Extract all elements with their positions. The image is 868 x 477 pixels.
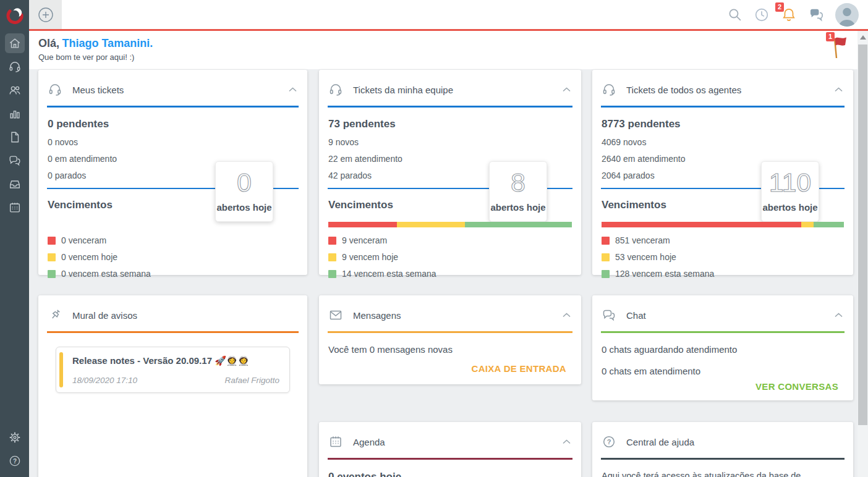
chat-button[interactable]	[808, 6, 825, 23]
legend-label: 9 vencem hoje	[342, 252, 398, 262]
people-icon	[8, 83, 22, 97]
vencimentos-title: Vencimentos	[48, 199, 298, 211]
headset-icon	[8, 60, 22, 74]
headset-icon	[328, 82, 343, 97]
collapse-chevron-icon[interactable]	[562, 312, 571, 318]
sidebar: ?	[0, 0, 29, 477]
note-accent-bar	[59, 352, 63, 387]
vencimentos-title: Vencimentos	[602, 199, 844, 211]
avatar[interactable]	[835, 3, 859, 27]
greeting-band: Olá, Thiago Tamanini. Que bom te ver por…	[29, 31, 857, 69]
sidebar-item-chat[interactable]	[0, 149, 29, 172]
legend-label: 851 venceram	[615, 235, 670, 245]
scrollbar-thumb[interactable]	[858, 44, 867, 425]
bar-segment-yellow	[397, 222, 466, 227]
release-note-item[interactable]: Release notes - Versão 20.09.17 🚀👩‍🚀👩‍🚀 …	[56, 347, 290, 393]
ajuda-description-line: Aqui você terá acesso às atualizações da…	[602, 471, 844, 477]
pendentes-count: 0 pendentes	[48, 118, 298, 130]
chats-aguardando-line: 0 chats aguardando atendimento	[602, 344, 844, 355]
document-icon	[8, 130, 22, 144]
collapse-chevron-icon[interactable]	[562, 87, 571, 93]
sidebar-item-calendar[interactable]	[0, 196, 29, 219]
header-rule	[47, 331, 299, 333]
collapse-chevron-icon[interactable]	[834, 312, 843, 318]
legend-row: 0 vencem hoje	[48, 252, 298, 262]
card-title: Mural de avisos	[72, 310, 297, 321]
header-rule	[328, 331, 572, 333]
pushpin-icon	[48, 308, 62, 323]
legend-label: 9 venceram	[342, 235, 387, 245]
question-circle-icon: ?	[602, 434, 616, 449]
recent-button[interactable]	[754, 7, 770, 23]
legend-swatch	[48, 253, 56, 261]
card-title: Agenda	[353, 437, 562, 447]
card-tickets-equipe: Tickets da minha equipe 73 pendentes 9 n…	[319, 70, 581, 275]
legend-row: 851 venceram	[602, 235, 844, 245]
legend-swatch	[602, 253, 610, 261]
new-tab-button[interactable]	[29, 0, 62, 29]
greeting-subtitle: Que bom te ver por aqui! :)	[38, 53, 153, 62]
bar-segment-yellow	[801, 222, 814, 227]
vencimentos-title: Vencimentos	[328, 199, 572, 211]
sidebar-item-reports[interactable]	[0, 102, 29, 125]
header-rule	[601, 458, 845, 460]
sidebar-item-settings[interactable]	[0, 426, 29, 449]
envelope-icon	[328, 308, 343, 323]
card-title: Tickets de todos os agentes	[626, 85, 834, 95]
legend-row: 9 venceram	[328, 235, 572, 245]
note-title: Release notes - Versão 20.09.17 🚀👩‍🚀👩‍🚀	[72, 355, 279, 366]
sidebar-item-documents[interactable]	[0, 125, 29, 149]
vencimentos-bar	[602, 222, 844, 227]
vertical-scrollbar[interactable]	[857, 31, 868, 477]
card-meus-tickets: Meus tickets 0 pendentes 0 novos 0 em at…	[38, 70, 307, 275]
scroll-up-arrow-icon[interactable]	[860, 35, 866, 40]
chat-icon	[808, 6, 825, 23]
bar-segment-red	[328, 222, 397, 227]
caixa-de-entrada-link[interactable]: CAIXA DE ENTRADA	[328, 363, 572, 374]
collapse-chevron-icon[interactable]	[562, 439, 571, 445]
help-icon: ?	[8, 454, 22, 468]
legend-label: 0 vencem hoje	[61, 252, 117, 262]
collapse-chevron-icon[interactable]	[288, 87, 297, 93]
home-icon	[8, 36, 22, 50]
headset-icon	[48, 82, 62, 97]
mensagens-count-line: Você tem 0 mensagens novas	[328, 344, 572, 355]
card-mural-avisos: Mural de avisos Release notes - Versão 2…	[38, 295, 307, 477]
notifications-button[interactable]: 2	[781, 7, 797, 23]
gear-icon	[8, 431, 22, 444]
sidebar-item-inbox[interactable]	[0, 172, 29, 196]
sidebar-item-home[interactable]	[0, 32, 29, 55]
legend-row: 53 vencem hoje	[602, 252, 844, 262]
bar-segment-green	[465, 222, 572, 227]
clock-icon	[754, 7, 770, 23]
legend-label: 53 vencem hoje	[615, 252, 676, 262]
legend-swatch	[602, 270, 610, 278]
card-title: Chat	[626, 310, 834, 321]
search-button[interactable]	[727, 7, 742, 22]
legend-row: 14 vencem esta semana	[328, 269, 572, 279]
legend-row: 9 vencem hoje	[328, 252, 572, 262]
card-agenda: Agenda 0 eventos hoje	[319, 422, 581, 477]
ver-conversas-link[interactable]: VER CONVERSAS	[602, 381, 844, 392]
card-central-ajuda: ? Central de ajuda Aqui você terá acesso…	[592, 422, 853, 477]
vencimentos-bar	[328, 222, 572, 227]
card-mensagens: Mensagens Você tem 0 mensagens novas CAI…	[319, 295, 581, 384]
collapse-chevron-icon[interactable]	[834, 87, 843, 93]
abertos-hoje-value: 0	[216, 164, 273, 200]
legend-swatch	[48, 237, 56, 245]
flag-widget[interactable]: 1	[830, 33, 851, 62]
svg-text:?: ?	[607, 438, 611, 445]
sidebar-item-help[interactable]: ?	[0, 449, 29, 473]
legend-swatch	[328, 270, 336, 278]
sidebar-item-tickets[interactable]	[0, 55, 29, 78]
bar-segment-red	[602, 222, 801, 227]
legend-label: 0 vencem esta semana	[61, 269, 151, 279]
novos-count: 9 novos	[328, 137, 572, 147]
topbar: 2	[29, 0, 868, 29]
legend-swatch	[602, 237, 610, 245]
sidebar-item-people[interactable]	[0, 78, 29, 102]
legend-swatch	[328, 237, 336, 245]
note-author: Rafael Frigotto	[224, 376, 279, 385]
header-rule	[328, 106, 572, 108]
greeting-user-name[interactable]: Thiago Tamanini.	[62, 37, 153, 49]
